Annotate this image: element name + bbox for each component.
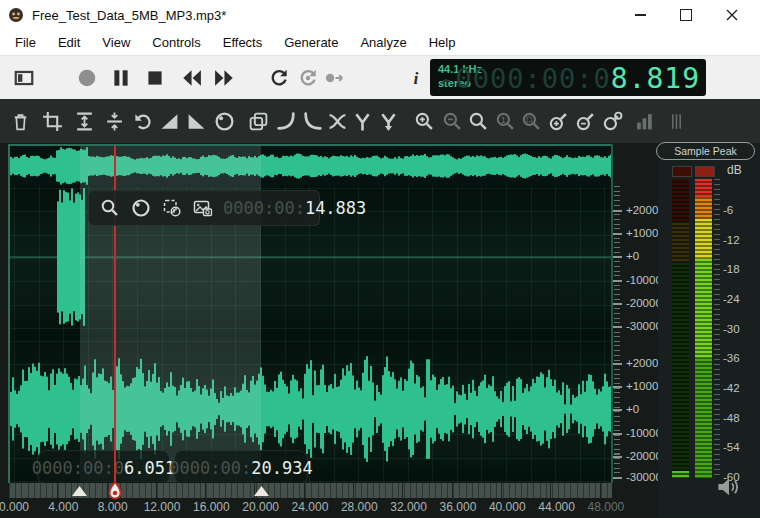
snapshot-icon[interactable]: [192, 197, 214, 219]
delete-icon[interactable]: [8, 109, 32, 133]
fade-in-icon[interactable]: [157, 109, 181, 133]
amplitude-tick-column: [614, 186, 620, 336]
record-icon[interactable]: [75, 66, 99, 90]
zoom-full-icon[interactable]: [466, 109, 490, 133]
smooth-fall-icon[interactable]: [300, 109, 324, 133]
amplitude-label: -10000: [626, 427, 662, 439]
amplitude-major-tick: [613, 233, 622, 235]
undo-icon[interactable]: [130, 109, 154, 133]
fade-out-icon[interactable]: [184, 109, 208, 133]
position-counter: -0000:00:08.819: [438, 62, 700, 95]
expand-vertical-icon[interactable]: [72, 109, 96, 133]
selection-knob-icon[interactable]: [161, 197, 183, 219]
zoom-vertical-out-icon[interactable]: [573, 109, 597, 133]
clip-indicator-right[interactable]: [695, 166, 715, 177]
db-tick-label: -6: [723, 204, 733, 216]
amplitude-major-tick: [613, 456, 622, 458]
menu-item-effects[interactable]: Effects: [212, 30, 274, 55]
menu-item-analyze[interactable]: Analyze: [349, 30, 417, 55]
gain-knob-icon[interactable]: [212, 109, 236, 133]
time-tick-label: 28.000: [335, 500, 383, 514]
rewind-icon[interactable]: [179, 66, 203, 90]
selection-end-marker[interactable]: [254, 486, 269, 496]
copy-icon[interactable]: [246, 109, 270, 133]
amplitude-label: -30000: [626, 320, 662, 332]
db-tick-label: -18: [723, 263, 740, 275]
db-tick-label: -42: [723, 382, 740, 394]
record-new-icon[interactable]: [323, 66, 347, 90]
amplitude-major-tick: [613, 326, 622, 328]
levels-meter-icon[interactable]: [632, 109, 656, 133]
menu-item-controls[interactable]: Controls: [141, 30, 211, 55]
time-display: 44.1 kHz stereo -0000:00:08.819: [430, 59, 706, 96]
zoom-in-icon[interactable]: [412, 109, 436, 133]
amplitude-label: -20000: [626, 297, 662, 309]
timeline-scrollbar[interactable]: [9, 483, 612, 498]
loop-playback-icon[interactable]: [267, 66, 291, 90]
knob-icon[interactable]: [130, 197, 152, 219]
amplitude-major-tick: [613, 210, 622, 212]
trim-icon[interactable]: [40, 109, 64, 133]
svg-text:i: i: [414, 68, 419, 88]
minimize-button[interactable]: [617, 0, 663, 30]
time-tick-label: 36.000: [434, 500, 482, 514]
menu-item-edit[interactable]: Edit: [47, 30, 91, 55]
amplitude-major-tick: [613, 386, 622, 388]
ocenaudio-window: { "window": { "title": "Free_Test_Data_5…: [0, 0, 760, 518]
selection-start-marker[interactable]: [72, 486, 87, 496]
playhead-marker[interactable]: [107, 481, 123, 503]
sidebar-toggle-icon[interactable]: [12, 66, 36, 90]
pause-icon[interactable]: [109, 66, 133, 90]
clip-indicator-left[interactable]: [672, 166, 692, 177]
magnifier-icon[interactable]: [99, 197, 121, 219]
toolbar-grip[interactable]: [664, 109, 688, 133]
crossfade-icon[interactable]: [325, 109, 349, 133]
menu-item-view[interactable]: View: [91, 30, 141, 55]
sample-peak-button[interactable]: Sample Peak: [656, 142, 755, 160]
zoom-selection-icon[interactable]: [519, 109, 543, 133]
amplitude-major-tick: [613, 303, 622, 305]
stop-icon[interactable]: [143, 66, 167, 90]
db-tick-column: [714, 179, 720, 478]
selection-length-dim: 0000:00:: [223, 198, 305, 218]
speaker-icon[interactable]: [716, 475, 742, 503]
time-tick-label: 40.000: [483, 500, 531, 514]
menu-item-file[interactable]: File: [4, 30, 47, 55]
zoom-vertical-reset-icon[interactable]: [600, 109, 624, 133]
zoom-out-icon[interactable]: [440, 109, 464, 133]
selection-start-value: 6.051: [124, 458, 175, 478]
smooth-rise-icon[interactable]: [274, 109, 298, 133]
time-tick-label: 4.000: [39, 500, 87, 514]
menu-item-help[interactable]: Help: [418, 30, 467, 55]
selection-end-value: 20.934: [251, 458, 312, 478]
shrink-vertical-icon[interactable]: [102, 109, 126, 133]
time-tick-label: 48.000: [582, 500, 630, 514]
time-tick-label: 32.000: [385, 500, 433, 514]
fast-forward-icon[interactable]: [213, 66, 237, 90]
loop-selection-icon[interactable]: [296, 66, 320, 90]
menu-bar: FileEditViewControlsEffectsGenerateAnaly…: [0, 30, 760, 55]
info-icon[interactable]: i: [404, 66, 428, 90]
time-tick-label: 20.000: [237, 500, 285, 514]
zoom-one-to-one-icon[interactable]: 1: [493, 109, 517, 133]
amplitude-label: -20000: [626, 450, 662, 462]
zoom-vertical-in-icon[interactable]: [546, 109, 570, 133]
amplitude-major-tick: [613, 256, 622, 258]
time-tick-label: 24.000: [286, 500, 334, 514]
maximize-button[interactable]: [663, 0, 709, 30]
db-tick-label: -24: [723, 293, 740, 305]
menu-item-generate[interactable]: Generate: [273, 30, 349, 55]
amplitude-major-tick: [613, 409, 622, 411]
amplitude-major-tick: [613, 433, 622, 435]
amplitude-label: +0: [626, 250, 639, 262]
merge-channels-icon[interactable]: [376, 109, 400, 133]
selection-start-dim: 0000:00:0: [32, 458, 124, 478]
close-button[interactable]: [709, 0, 755, 30]
db-tick-label: -36: [723, 352, 740, 364]
db-tick-label: -30: [723, 323, 740, 335]
split-channels-icon[interactable]: [350, 109, 374, 133]
selection-start-box: 0000:00:06.051: [37, 450, 170, 485]
time-tick-label: 12.000: [138, 500, 186, 514]
amplitude-label: -10000: [626, 274, 662, 286]
selection-end-dim: 0000:00:: [169, 458, 251, 478]
